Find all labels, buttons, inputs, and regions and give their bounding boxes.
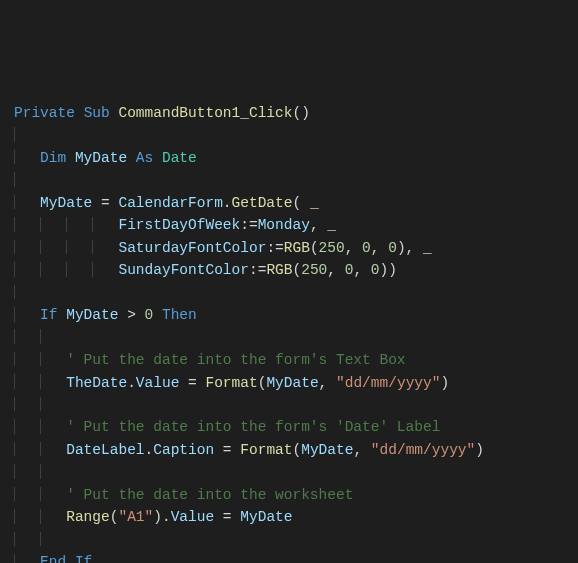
- parentheses: (: [292, 262, 301, 278]
- comment: ' Put the date into the form's 'Date' La…: [66, 419, 440, 435]
- indent-guide: [40, 240, 41, 255]
- dot-operator: .: [162, 509, 171, 525]
- code-line: ' Put the date into the worksheet: [14, 487, 353, 503]
- keyword: As: [136, 150, 153, 166]
- identifier: CalendarForm: [118, 195, 222, 211]
- code-line: [14, 397, 40, 413]
- indent-guide: [14, 509, 15, 524]
- dot-operator: .: [145, 442, 154, 458]
- indent-guide: [40, 217, 41, 232]
- indent-guide: [14, 127, 15, 142]
- indent-guide: [92, 240, 93, 255]
- number: 0: [145, 307, 154, 323]
- code-line: SundayFontColor:=RGB(250, 0, 0)): [14, 262, 397, 278]
- identifier: Monday: [258, 217, 310, 233]
- string: "A1": [118, 509, 153, 525]
- comma: ,: [353, 262, 370, 278]
- identifier: MyDate: [266, 375, 318, 391]
- indent-guide: [40, 329, 41, 344]
- indent-guide: [14, 532, 15, 547]
- code-line: Range("A1").Value = MyDate: [14, 509, 293, 525]
- function-name: Range: [66, 509, 110, 525]
- dot-operator: .: [127, 375, 136, 391]
- indent-guide: [40, 509, 41, 524]
- code-line: [14, 464, 40, 480]
- indent-guide: [14, 217, 15, 232]
- comment: ' Put the date into the worksheet: [66, 487, 353, 503]
- property: Value: [136, 375, 180, 391]
- identifier: MyDate: [40, 195, 92, 211]
- code-line: TheDate.Value = Format(MyDate, "dd/mm/yy…: [14, 375, 449, 391]
- code-line: DateLabel.Caption = Format(MyDate, "dd/m…: [14, 442, 484, 458]
- indent-guide: [14, 195, 15, 210]
- code-line: SaturdayFontColor:=RGB(250, 0, 0), _: [14, 240, 432, 256]
- indent-guide: [40, 532, 41, 547]
- indent-guide: [14, 262, 15, 277]
- parentheses: ( _: [292, 195, 318, 211]
- code-line: ' Put the date into the form's Text Box: [14, 352, 406, 368]
- keyword: Then: [162, 307, 197, 323]
- property: Value: [171, 509, 215, 525]
- keyword: If: [75, 554, 92, 563]
- comma: ,: [371, 240, 388, 256]
- indent-guide: [14, 374, 15, 389]
- parentheses: )): [380, 262, 397, 278]
- code-line: Dim MyDate As Date: [14, 150, 197, 166]
- keyword: Sub: [84, 105, 110, 121]
- indent-guide: [92, 262, 93, 277]
- indent-guide: [40, 419, 41, 434]
- comma: ,: [327, 262, 344, 278]
- indent-guide: [66, 240, 67, 255]
- identifier: MyDate: [66, 307, 118, 323]
- operator: :=: [266, 240, 283, 256]
- operator: =: [92, 195, 118, 211]
- parentheses: (: [293, 442, 302, 458]
- parentheses: ): [153, 509, 162, 525]
- comma: ,: [353, 442, 370, 458]
- parentheses: ), _: [397, 240, 432, 256]
- code-line: End If: [14, 554, 92, 563]
- operator: :=: [249, 262, 266, 278]
- parameter: SundayFontColor: [118, 262, 249, 278]
- indent-guide: [66, 262, 67, 277]
- code-line: ' Put the date into the form's 'Date' La…: [14, 419, 440, 435]
- code-line: [14, 532, 40, 548]
- code-line: Private Sub CommandButton1_Click(): [14, 105, 310, 121]
- indent-guide: [14, 397, 15, 412]
- parentheses: (: [310, 240, 319, 256]
- operator: :=: [240, 217, 257, 233]
- keyword: Dim: [40, 150, 66, 166]
- identifier: DateLabel: [66, 442, 144, 458]
- indent-guide: [14, 172, 15, 187]
- code-line: MyDate = CalendarForm.GetDate( _: [14, 195, 319, 211]
- string: "dd/mm/yyyy": [336, 375, 440, 391]
- function-name: GetDate: [232, 195, 293, 211]
- function-name: Format: [205, 375, 257, 391]
- continuation: , _: [310, 217, 336, 233]
- number: 250: [319, 240, 345, 256]
- identifier: MyDate: [301, 442, 353, 458]
- parameter: SaturdayFontColor: [118, 240, 266, 256]
- operator: =: [214, 442, 240, 458]
- indent-guide: [14, 352, 15, 367]
- parameter: FirstDayOfWeek: [118, 217, 240, 233]
- indent-guide: [14, 464, 15, 479]
- identifier: MyDate: [240, 509, 292, 525]
- number: 0: [388, 240, 397, 256]
- code-line: [14, 330, 40, 346]
- dot-operator: .: [223, 195, 232, 211]
- indent-guide: [14, 307, 15, 322]
- function-name: Format: [240, 442, 292, 458]
- number: 250: [301, 262, 327, 278]
- indent-guide: [40, 352, 41, 367]
- keyword: End: [40, 554, 66, 563]
- indent-guide: [40, 464, 41, 479]
- indent-guide: [14, 442, 15, 457]
- indent-guide: [66, 217, 67, 232]
- identifier: TheDate: [66, 375, 127, 391]
- indent-guide: [14, 419, 15, 434]
- indent-guide: [40, 397, 41, 412]
- number: 0: [371, 262, 380, 278]
- type: Date: [162, 150, 197, 166]
- indent-guide: [40, 487, 41, 502]
